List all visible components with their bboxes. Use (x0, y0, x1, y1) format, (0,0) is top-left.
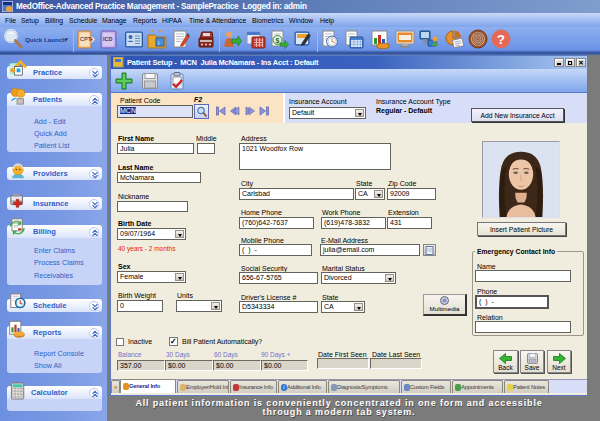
svg-text:CPT: CPT (80, 36, 92, 42)
svg-text:?: ? (497, 32, 505, 47)
svg-text:$: $ (276, 37, 280, 45)
svg-text:ICD: ICD (103, 36, 113, 42)
svg-text:i: i (158, 40, 159, 46)
